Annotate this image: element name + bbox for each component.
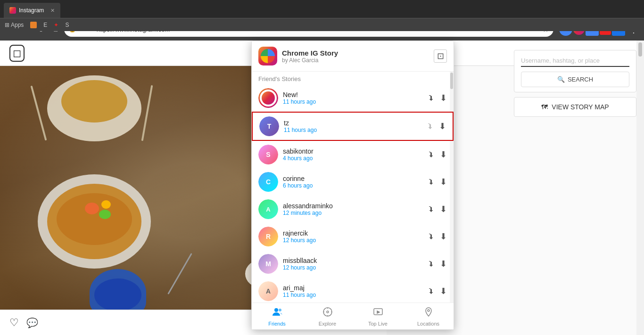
story-item[interactable]: R rajnercik 12 hours ago ⮯ ⬇ (252, 223, 454, 250)
extension-popup: Chrome IG Story by Alec Garcia ⊡ Friend'… (251, 41, 454, 330)
story-actions: ⮯ ⬇ (428, 286, 447, 296)
stories-scroll-area: Friend's Stories New! (252, 72, 454, 302)
comment-button[interactable]: 💬 (26, 317, 38, 328)
story-info: New! 11 hours ago (283, 91, 428, 105)
download-button[interactable]: ⬇ (440, 204, 447, 214)
scrollbar-thumb[interactable] (638, 42, 642, 57)
share-button[interactable]: ⮯ (428, 205, 435, 213)
story-time: 6 hours ago (283, 182, 428, 189)
download-button[interactable]: ⬇ (440, 177, 447, 187)
story-item[interactable]: M missbllaack 12 hours ago ⮯ ⬇ (252, 250, 454, 278)
story-item[interactable]: A alessandraminko 12 minutes ago ⮯ ⬇ (252, 196, 454, 223)
tab-bar: Instagram ✕ (0, 0, 644, 18)
bookmark-e[interactable]: E (43, 22, 47, 28)
active-tab[interactable]: Instagram ✕ (4, 3, 60, 18)
story-info: missbllaack 12 hours ago (283, 257, 428, 271)
browser-scrollbar[interactable] (636, 41, 644, 335)
story-info: tz 11 hours ago (284, 119, 427, 133)
popup-header: Chrome IG Story by Alec Garcia ⊡ (252, 41, 454, 72)
svg-point-5 (428, 310, 429, 311)
view-story-map-button[interactable]: 🗺 VIEW STORY MAP (514, 97, 636, 117)
svg-point-2 (323, 308, 332, 316)
story-username: missbllaack (283, 257, 428, 264)
story-info: rajnercik 12 hours ago (283, 229, 428, 244)
story-username: New! (283, 91, 428, 98)
share-button[interactable]: ⮯ (428, 178, 435, 186)
explore-icon (322, 307, 333, 319)
story-avatar: C (258, 172, 278, 192)
tab-close-icon[interactable]: ✕ (50, 8, 55, 14)
story-info: alessandraminko 12 minutes ago (283, 202, 428, 216)
map-icon: 🗺 (541, 103, 548, 111)
tab-top-live[interactable]: Top Live (353, 303, 403, 329)
right-panel: 🔍 SEARCH 🗺 VIEW STORY MAP (514, 50, 636, 117)
story-avatar: T (259, 116, 279, 136)
download-button[interactable]: ⬇ (440, 149, 447, 160)
friends-icon (272, 307, 282, 319)
story-avatar: A (258, 199, 278, 219)
download-button[interactable]: ⬇ (440, 286, 447, 296)
story-item[interactable]: A ari_maj 11 hours ago ⮯ ⬇ (252, 278, 454, 302)
popup-subtitle: by Alec Garcia (282, 57, 434, 64)
story-time: 4 hours ago (283, 155, 428, 162)
share-button[interactable]: ⮯ (427, 122, 434, 131)
svg-point-1 (279, 309, 281, 311)
story-avatar: A (258, 281, 278, 301)
share-button[interactable]: ⮯ (428, 287, 435, 295)
story-actions: ⮯ ⬇ (428, 177, 447, 187)
story-time: 12 minutes ago (283, 210, 428, 216)
popup-logo (258, 47, 277, 65)
bookmark-apps[interactable]: ⊞ Apps (5, 22, 24, 28)
tab-friends[interactable]: Friends (252, 303, 302, 329)
bookmark-orange[interactable] (30, 22, 37, 28)
like-button[interactable]: ♡ (9, 317, 19, 329)
story-username: sabikontor (283, 147, 428, 155)
search-input[interactable] (521, 55, 629, 67)
story-info: ari_maj 11 hours ago (283, 284, 428, 298)
story-time: 12 hours ago (283, 264, 428, 271)
main-area: ◻ (0, 41, 644, 335)
share-button[interactable]: ⮯ (428, 94, 435, 102)
section-label: Friend's Stories (252, 72, 454, 84)
top-live-icon (373, 307, 383, 319)
tab-explore[interactable]: Explore (302, 303, 353, 329)
story-actions: ⮯ ⬇ (428, 204, 447, 214)
story-info: corinne 6 hours ago (283, 175, 428, 189)
download-button[interactable]: ⬇ (440, 93, 447, 103)
story-avatar: S (258, 145, 278, 164)
share-button[interactable]: ⮯ (428, 260, 435, 268)
share-button[interactable]: ⮯ (428, 232, 435, 241)
bookmark-red[interactable]: ✦ (54, 22, 58, 28)
story-item[interactable]: New! 11 hours ago ⮯ ⬇ (252, 84, 454, 112)
download-button[interactable]: ⬇ (439, 121, 446, 131)
bookmark-s[interactable]: S (65, 22, 69, 28)
story-username: corinne (283, 175, 428, 182)
story-actions: ⮯ ⬇ (428, 149, 447, 160)
locations-tab-label: Locations (417, 321, 439, 327)
story-time: 11 hours ago (283, 292, 428, 298)
popup-title-block: Chrome IG Story by Alec Garcia (282, 49, 434, 64)
story-info: sabikontor 4 hours ago (283, 147, 428, 162)
instagram-logo: ◻ (9, 45, 25, 62)
friends-tab-label: Friends (268, 321, 286, 327)
story-item[interactable]: C corinne 6 hours ago ⮯ ⬇ (252, 168, 454, 196)
svg-point-0 (274, 308, 278, 312)
story-item-selected[interactable]: T tz 11 hours ago ⮯ ⬇ (252, 112, 454, 141)
story-actions: ⮯ ⬇ (428, 231, 447, 242)
bookmarks-bar: ⊞ Apps E ✦ S (0, 18, 644, 31)
search-button[interactable]: 🔍 SEARCH (521, 72, 629, 87)
download-button[interactable]: ⬇ (440, 259, 447, 269)
story-time: 11 hours ago (284, 127, 427, 133)
story-username: ari_maj (283, 284, 428, 292)
story-avatar: M (258, 254, 278, 274)
story-username: alessandraminko (283, 202, 428, 210)
download-button[interactable]: ⬇ (440, 231, 447, 242)
share-button[interactable]: ⮯ (428, 150, 435, 159)
story-avatar: R (258, 227, 278, 246)
story-item[interactable]: S sabikontor 4 hours ago ⮯ ⬇ (252, 141, 454, 168)
story-time: 12 hours ago (283, 237, 428, 244)
popup-open-button[interactable]: ⊡ (434, 49, 447, 63)
story-avatar (258, 88, 278, 108)
tab-locations[interactable]: Locations (403, 303, 454, 329)
svg-point-3 (327, 311, 329, 313)
